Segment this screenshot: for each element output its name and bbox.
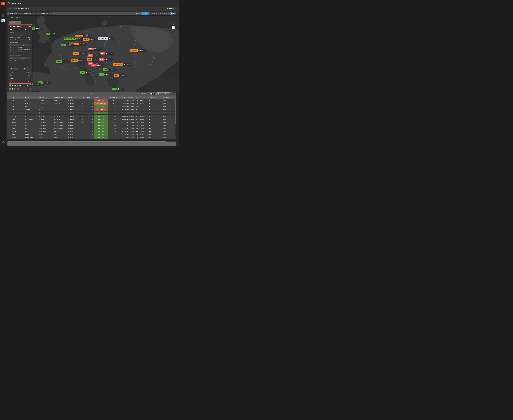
drag-dots-icon[interactable] [39, 112, 40, 113]
map-label-hops[interactable]: HOPS17/20→ [91, 64, 104, 66]
map-label-tennet-tso-b-v[interactable]: TenneT TSO B.V17/20→ [64, 38, 83, 40]
drag-dots-icon[interactable] [39, 115, 40, 117]
table-row-amprion[interactable]: +Amprion@GermanyInternal - External20-11… [7, 124, 176, 127]
region-select[interactable]: View All Regi... ▾ [39, 12, 52, 15]
drag-dots-icon[interactable] [39, 134, 40, 135]
matched-panel[interactable]: ✓ MATCHED 9 [8, 87, 32, 91]
table-row-terna[interactable]: +TERNADamas TernaItalyInternal20-11-2021… [7, 136, 176, 139]
home-button[interactable] [172, 26, 175, 29]
drag-dots-icon[interactable] [39, 131, 40, 132]
map-label-transelectrica[interactable]: Transelectrica17/20→ [113, 63, 131, 65]
europe-map[interactable] [6, 11, 179, 92]
expand-row-button[interactable]: + [9, 134, 9, 135]
map-label-seps[interactable]: SEPS17/20→ [100, 52, 113, 54]
row-menu-icon[interactable] [92, 128, 94, 129]
export-to-excel-button[interactable]: Export to Excel [156, 92, 170, 95]
map-label-tennet-de[interactable]: TenneT DE17/20→ [75, 35, 91, 37]
immediate-header[interactable]: ! IMMEDIATE 5 [8, 24, 32, 28]
table-row-50hertz[interactable]: +50hertz@GermanyInternal - External20-11… [7, 121, 176, 124]
row-menu-icon[interactable] [92, 134, 94, 135]
powerhub-logo[interactable]: PH [1, 2, 5, 6]
map-label-ems[interactable]: EMS17/20→ [103, 68, 115, 71]
view-all-versions-toggle[interactable]: Off [150, 93, 155, 95]
collapse-table-icon[interactable] [91, 93, 92, 94]
row-menu-icon[interactable] [92, 137, 94, 138]
table-row-eso[interactable]: +ESOESOBulgariaExternal20-11-202126Final… [7, 105, 176, 108]
table-row-rte[interactable]: +RTEOCCAPIFranceInternal20-11-20212Final… [7, 108, 176, 112]
zoom-in-button[interactable]: + [172, 23, 175, 25]
map-label-terna[interactable]: Terna17/20→ [80, 71, 93, 74]
horizontal-scrollbar-thumb[interactable] [7, 141, 166, 142]
map-label-mavir[interactable]: MAVIR17/20→ [99, 58, 112, 61]
nominations-module-icon[interactable] [0, 19, 6, 22]
row-menu-icon[interactable] [92, 116, 94, 116]
row-menu-icon[interactable] [92, 106, 94, 107]
immediate-tso-item--eps[interactable]: ČEPS28/56› [8, 71, 32, 74]
drag-dots-icon[interactable] [39, 100, 40, 101]
drag-dots-icon[interactable] [39, 103, 40, 104]
drag-dots-icon[interactable] [39, 128, 40, 129]
immediate-tso-item-seps[interactable]: SEPS14/24› [8, 77, 32, 80]
map-label-apg[interactable]: APG17/20→ [88, 54, 101, 57]
table-row-hrote[interactable]: +HROTE@CroatiaExternal - LT20-11-20211Fi… [7, 115, 176, 118]
row-menu-icon[interactable] [92, 109, 94, 110]
zoom-out-button[interactable]: − [172, 30, 175, 32]
immediate-tso-item-sl[interactable]: SL19/45› [8, 80, 32, 83]
expand-row-button[interactable]: + [9, 125, 9, 126]
table-row-enbw[interactable]: +ENBW@GermanyInternal - External20-11-20… [7, 127, 176, 130]
horizontal-scrollbar[interactable] [7, 141, 176, 142]
map-label-swissgrid[interactable]: Swissgrid17/20→ [71, 59, 86, 61]
map-label-ukrenergo[interactable]: Ukrenergo17/20→ [130, 50, 146, 52]
expand-row-button[interactable]: + [9, 100, 9, 101]
vertical-scrollbar[interactable] [175, 100, 176, 137]
expand-sidebar-icon[interactable]: › [0, 9, 6, 12]
drag-dots-icon[interactable] [39, 106, 40, 107]
drag-dots-icon[interactable] [39, 119, 40, 120]
expand-row-button[interactable]: + [9, 119, 9, 120]
vertical-scrollbar-thumb[interactable] [175, 100, 176, 124]
refresh-button[interactable] [172, 92, 175, 95]
map-label--eps[interactable]: ČEPS17/20→ [88, 48, 101, 50]
row-menu-icon[interactable] [92, 112, 94, 113]
date-range-picker[interactable]: 19 November 2021 → 20 November 2021 [8, 12, 38, 15]
attention-panel[interactable]: ! ATTENTION 11 [8, 83, 32, 87]
map-label-cges[interactable]: CGES17/20→ [99, 73, 112, 76]
map-label-vuen[interactable]: VUEN17/20→ [87, 58, 100, 61]
map-label-ipto[interactable]: IPTO17/20→ [112, 88, 124, 90]
expand-row-button[interactable]: + [9, 137, 9, 138]
expand-row-button[interactable]: + [9, 128, 9, 129]
map-label-enbw[interactable]: EnBW17/20→ [73, 52, 87, 55]
row-menu-icon[interactable] [92, 122, 94, 123]
expand-row-button[interactable]: + [9, 106, 9, 107]
map-label-enbw[interactable]: EnBW17/20→ [56, 60, 70, 63]
expand-row-button[interactable]: + [9, 115, 9, 117]
row-menu-icon[interactable] [92, 100, 94, 101]
table-row-mavir[interactable]: +MavirMEK MavirHungaryExternal20-11-2021… [7, 133, 176, 136]
map-view-button[interactable] [170, 12, 173, 15]
row-menu-icon[interactable] [92, 119, 94, 120]
more-detail-button[interactable]: More detail [10, 68, 18, 70]
table-row-tennet[interactable]: +TENNET@GermanyInternal20-11-20211Final … [7, 130, 176, 133]
table-row-hops[interactable]: +HOPS@CroatiaInternal20-11-202126Final C… [7, 112, 176, 115]
expand-row-button[interactable]: + [9, 131, 9, 132]
table-row-elia[interactable]: +ELIAELIABelgiumInternal - DA20-11-20213… [7, 102, 176, 105]
map-label-elia[interactable]: ELIA17/20→ [61, 44, 74, 46]
drag-dots-icon[interactable] [39, 137, 40, 138]
immediate-tso-item-hr[interactable]: HR9/12› [8, 74, 32, 77]
immediate-list-icon[interactable] [30, 26, 31, 27]
drag-dots-icon[interactable] [39, 122, 40, 123]
horizon-option-long-term[interactable]: Long Term [159, 12, 168, 15]
row-menu-icon[interactable] [92, 131, 94, 132]
table-row-apg[interactable]: +APG@AustriaInternal20-11-20215Final CON… [7, 99, 176, 102]
immediate-tso-row[interactable]: APG 17/20› [9, 28, 31, 31]
matched-list-icon[interactable] [30, 88, 31, 90]
breadcrumb-powerhub-link[interactable]: PowerHub [8, 8, 15, 10]
attention-list-icon[interactable] [30, 84, 31, 86]
horizon-option-intraday[interactable]: Intraday [141, 12, 149, 15]
row-menu-icon[interactable] [92, 103, 94, 104]
map-label-eso[interactable]: ESO17/20→ [114, 74, 127, 77]
expand-row-button[interactable]: + [9, 112, 9, 114]
expand-row-button[interactable]: + [9, 103, 9, 105]
map-label-hidden[interactable]: 17/20→ [32, 83, 41, 85]
expand-row-button[interactable]: + [9, 109, 9, 111]
